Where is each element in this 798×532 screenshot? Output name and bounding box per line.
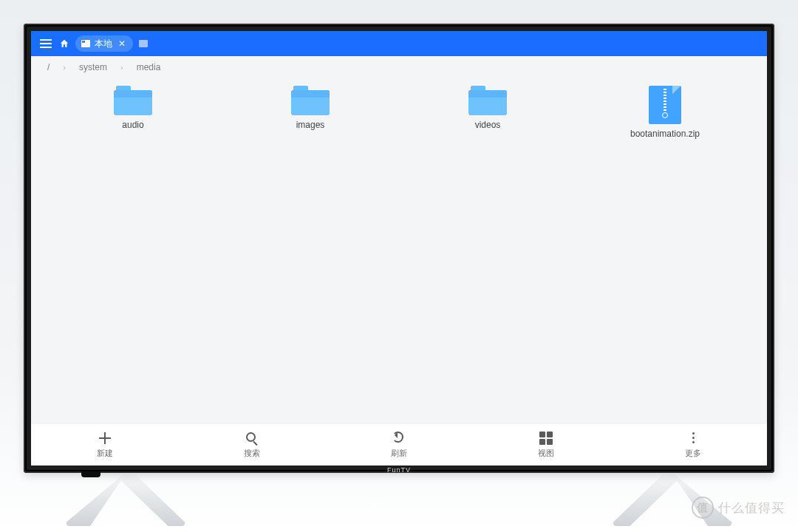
tab-label: 本地 — [95, 38, 112, 50]
folder-videos[interactable]: videos — [414, 86, 562, 174]
plus-icon — [98, 432, 112, 445]
toolbar-label: 视图 — [538, 448, 554, 459]
file-label: audio — [59, 120, 207, 130]
folder-icon — [468, 86, 507, 115]
grid-view-icon — [539, 432, 553, 445]
chevron-right-icon: › — [63, 63, 66, 72]
title-bar: 本地 ✕ — [31, 31, 767, 56]
watermark: 值 什么值得买 — [692, 497, 785, 519]
toolbar-label: 刷新 — [391, 448, 407, 459]
folder-audio[interactable]: audio — [59, 86, 207, 174]
folder-icon — [291, 86, 330, 115]
view-button[interactable]: 视图 — [473, 424, 620, 466]
file-manager-screen: 本地 ✕ / › system › media audio — [31, 31, 767, 466]
search-icon — [245, 432, 259, 445]
new-tab-icon[interactable] — [139, 40, 148, 47]
file-label: videos — [414, 120, 562, 130]
toolbar-label: 搜索 — [244, 448, 260, 459]
refresh-icon — [392, 432, 406, 445]
tv-ir-sensor — [81, 471, 100, 477]
folder-icon — [114, 86, 152, 115]
zip-icon — [649, 86, 681, 124]
tv-frame: 本地 ✕ / › system › media audio — [24, 24, 774, 473]
home-icon[interactable] — [59, 38, 69, 49]
breadcrumb-media[interactable]: media — [137, 62, 161, 72]
disk-icon — [81, 40, 90, 47]
more-button[interactable]: 更多 — [620, 424, 767, 466]
watermark-text: 什么值得买 — [718, 499, 785, 516]
file-bootanimation-zip[interactable]: bootanimation.zip — [591, 86, 739, 174]
bottom-toolbar: 新建 搜索 刷新 视图 更多 — [31, 424, 767, 466]
refresh-button[interactable]: 刷新 — [325, 424, 472, 466]
folder-images[interactable]: images — [236, 86, 384, 174]
file-label: images — [236, 120, 384, 130]
menu-icon[interactable] — [38, 36, 53, 51]
breadcrumb-system[interactable]: system — [79, 62, 107, 72]
toolbar-label: 新建 — [97, 448, 113, 459]
more-vertical-icon — [686, 432, 700, 445]
breadcrumb-root[interactable]: / — [47, 62, 50, 72]
new-button[interactable]: 新建 — [31, 424, 178, 466]
location-tab[interactable]: 本地 ✕ — [75, 35, 133, 52]
close-icon[interactable]: ✕ — [117, 38, 127, 49]
file-label: bootanimation.zip — [591, 129, 739, 139]
watermark-badge: 值 — [692, 497, 714, 519]
file-grid: audio images videos bootanimation.zip — [31, 78, 767, 424]
search-button[interactable]: 搜索 — [178, 424, 325, 466]
tv-brand-label: FunTV — [387, 466, 411, 474]
chevron-right-icon: › — [120, 63, 123, 72]
tv-stand-leg-left — [66, 474, 185, 526]
breadcrumb: / › system › media — [31, 56, 767, 78]
toolbar-label: 更多 — [685, 448, 701, 459]
